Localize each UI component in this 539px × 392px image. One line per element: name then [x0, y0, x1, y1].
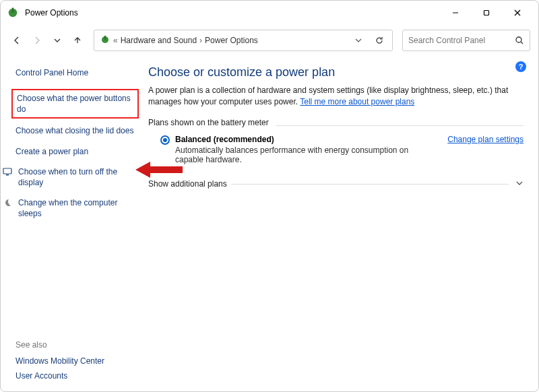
control-panel-icon [100, 34, 110, 47]
sidebar-link-create-plan[interactable]: Create a power plan [11, 143, 139, 160]
sidebar-link-label: Change when the computer sleeps [18, 197, 135, 219]
svg-rect-3 [484, 11, 489, 15]
sidebar-link-label: Choose what the power buttons do [17, 93, 133, 115]
maximize-button[interactable] [471, 3, 502, 23]
svg-rect-11 [6, 174, 9, 176]
address-dropdown-button[interactable] [350, 32, 367, 48]
show-more-label: Show additional plans [148, 179, 227, 189]
back-button[interactable] [9, 32, 25, 48]
search-box[interactable] [402, 30, 530, 51]
search-icon[interactable] [515, 36, 524, 45]
toolbar: « Hardware and Sound › Power Options [1, 25, 538, 56]
plan-name: Balanced (recommended) [175, 135, 437, 144]
content: Choose or customize a power plan A power… [139, 56, 538, 391]
breadcrumb-level2[interactable]: Power Options [205, 36, 258, 45]
learn-more-link[interactable]: Tell me more about power plans [300, 97, 414, 106]
show-additional-plans[interactable]: Show additional plans [148, 179, 524, 189]
app-icon [6, 6, 20, 20]
breadcrumb-level1[interactable]: Hardware and Sound [121, 36, 197, 45]
see-also-label: See also [11, 340, 139, 354]
sidebar: Control Panel Home Choose what the power… [1, 56, 139, 391]
plan-desc: Automatically balances performance with … [175, 145, 437, 164]
minimize-button[interactable] [440, 3, 471, 23]
address-bar[interactable]: « Hardware and Sound › Power Options [94, 30, 393, 51]
page-heading: Choose or customize a power plan [148, 65, 524, 79]
moon-icon [2, 197, 13, 208]
sidebar-link-computer-sleeps[interactable]: Change when the computer sleeps [11, 195, 139, 222]
chevron-down-icon [515, 179, 524, 189]
sidebar-link-label: Choose what closing the lid does [15, 125, 133, 136]
plan-radio-balanced[interactable] [160, 135, 170, 145]
close-button[interactable] [502, 3, 533, 23]
window: Power Options « Hardware and Sound › Pow… [0, 0, 539, 392]
display-icon [2, 166, 13, 177]
show-more-divider [231, 184, 509, 185]
up-button[interactable] [69, 32, 86, 48]
sidebar-link-label: Choose when to turn off the display [18, 166, 135, 188]
plans-section: Plans shown on the battery meter Balance… [148, 118, 524, 164]
sidebar-link-power-buttons[interactable]: Choose what the power buttons do [11, 89, 139, 119]
titlebar: Power Options [1, 1, 538, 25]
window-title: Power Options [25, 8, 440, 18]
body: ? Control Panel Home Choose what the pow… [1, 56, 538, 391]
breadcrumb-root-chevron[interactable]: « [113, 36, 118, 45]
recent-dropdown-button[interactable] [49, 32, 65, 48]
window-controls [440, 3, 533, 23]
section-divider [276, 125, 524, 126]
chevron-right-icon: › [199, 36, 202, 45]
svg-rect-7 [104, 36, 106, 40]
footer-link-mobility[interactable]: Windows Mobility Center [11, 354, 139, 368]
sidebar-link-closing-lid[interactable]: Choose what closing the lid does [11, 123, 139, 139]
refresh-button[interactable] [372, 33, 387, 48]
footer-link-accounts[interactable]: User Accounts [11, 368, 139, 383]
svg-point-8 [516, 37, 521, 42]
search-input[interactable] [408, 36, 515, 45]
plan-row-balanced: Balanced (recommended) Automatically bal… [148, 132, 524, 164]
forward-button[interactable] [29, 32, 45, 48]
svg-rect-10 [3, 168, 11, 174]
svg-line-9 [521, 42, 523, 44]
page-description: A power plan is a collection of hardware… [148, 85, 524, 108]
change-plan-settings-link[interactable]: Change plan settings [447, 135, 524, 144]
svg-rect-1 [12, 8, 14, 13]
control-panel-home-link[interactable]: Control Panel Home [15, 68, 139, 77]
sidebar-link-turn-off-display[interactable]: Choose when to turn off the display [11, 164, 139, 191]
sidebar-link-label: Create a power plan [15, 146, 88, 157]
